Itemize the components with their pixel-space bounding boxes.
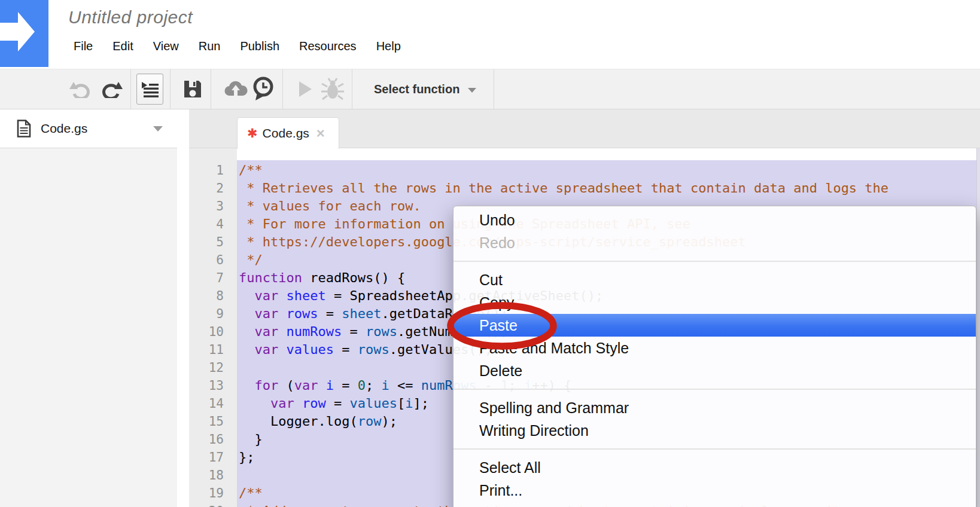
code-token: rows [358, 342, 389, 357]
menu-item-cut[interactable]: Cut [454, 268, 976, 291]
code-token: i [405, 396, 413, 411]
code-token: numRows [287, 324, 342, 339]
select-function-dropdown[interactable]: Select function [374, 69, 476, 109]
line-number: 20 [189, 502, 224, 507]
line-number: 15 [189, 413, 224, 430]
line-number: 16 [189, 430, 224, 448]
menu-item-paste-and-match-style[interactable]: Paste and Match Style [454, 337, 976, 359]
line-number-gutter: 1234567891011121314151617181920 [189, 148, 237, 507]
tab-code-gs[interactable]: ✱ Code.gs × [237, 117, 339, 149]
code-token: var [270, 396, 294, 411]
menu-edit[interactable]: Edit [112, 39, 133, 53]
menu-item-delete[interactable]: Delete [454, 359, 976, 382]
code-token: sheet [287, 288, 326, 303]
line-number: 12 [189, 359, 224, 377]
cloud-icon [223, 80, 248, 98]
redo-button[interactable] [98, 69, 124, 109]
menu-item-copy[interactable]: Copy [454, 291, 976, 314]
sidebar-resize-handle[interactable] [177, 109, 189, 507]
code-token: var [255, 288, 279, 303]
gutter-numbers: 1234567891011121314151617181920 [189, 161, 224, 507]
code-token [278, 324, 286, 339]
line-number: 3 [189, 197, 224, 215]
run-button[interactable] [294, 69, 316, 109]
code-token: ; [366, 378, 382, 393]
menu-item-undo[interactable]: Undo [454, 209, 976, 231]
file-document-icon [17, 120, 31, 138]
menu-separator [454, 261, 976, 262]
line-number: 18 [189, 466, 224, 484]
code-token: ( [278, 378, 294, 393]
menu-item-paste[interactable]: Paste [454, 314, 976, 337]
code-token: row [302, 396, 326, 411]
code-token: rows [287, 306, 318, 321]
code-line[interactable]: * Retrieves all the rows in the active s… [239, 179, 976, 197]
debug-icon [321, 77, 345, 101]
code-token: = [318, 306, 342, 321]
tab-label: Code.gs [263, 126, 309, 141]
code-token: ); [381, 414, 397, 429]
menu-item-spelling-and-grammar[interactable]: Spelling and Grammar [454, 396, 976, 419]
code-token: */ [239, 252, 263, 267]
toolbar-separator [211, 69, 211, 109]
chevron-down-icon [468, 88, 476, 93]
line-number: 19 [189, 484, 224, 502]
save-button[interactable] [181, 69, 205, 109]
sidebar-file-name: Code.gs [41, 121, 87, 136]
indent-icon [141, 80, 159, 99]
toolbar: Select function [0, 69, 980, 109]
file-menu-chevron-icon[interactable] [153, 126, 163, 132]
project-title[interactable]: Untitled project [68, 7, 193, 28]
menu-resources[interactable]: Resources [299, 39, 357, 53]
apps-script-editor-window: Untitled project FileEditViewRunPublishR… [0, 0, 980, 507]
line-number: 10 [189, 323, 224, 341]
code-token: = [334, 342, 358, 357]
code-token: /** [239, 485, 263, 500]
save-icon [182, 79, 203, 99]
code-token [278, 306, 286, 321]
code-token [239, 306, 255, 321]
line-number: 17 [189, 448, 224, 466]
menu-item-print[interactable]: Print... [454, 479, 976, 502]
code-token: ]; [413, 396, 429, 411]
menu-run[interactable]: Run [199, 39, 221, 53]
select-function-label: Select function [374, 83, 459, 96]
apps-script-logo[interactable] [0, 0, 48, 67]
line-number: 9 [189, 305, 224, 323]
line-number: 6 [189, 251, 224, 269]
header: Untitled project FileEditViewRunPublishR… [0, 0, 980, 69]
debug-button[interactable] [319, 69, 346, 109]
redo-icon [99, 80, 123, 98]
code-token: 0 [358, 378, 366, 393]
menu-item-writing-direction[interactable]: Writing Direction [454, 419, 976, 442]
menu-file[interactable]: File [74, 39, 93, 53]
code-token: row [358, 414, 382, 429]
sidebar-item-code-gs[interactable]: Code.gs [0, 109, 177, 148]
line-number: 1 [189, 161, 224, 179]
code-line[interactable]: /** [239, 161, 976, 179]
code-token [278, 288, 286, 303]
line-number: 2 [189, 179, 224, 197]
tab-close-icon[interactable]: × [316, 127, 325, 139]
menu-view[interactable]: View [153, 39, 179, 53]
indent-button[interactable] [136, 74, 163, 105]
line-number: 14 [189, 395, 224, 413]
code-token: * values for each row. [239, 198, 421, 213]
code-token: <= [389, 378, 421, 393]
execution-transcript-button[interactable] [250, 69, 276, 109]
code-token: readRows() { [302, 270, 405, 285]
toolbar-separator [130, 69, 131, 109]
code-token: * Retrieves all the rows in the active s… [239, 181, 888, 196]
run-icon [298, 81, 312, 97]
menu-help[interactable]: Help [376, 39, 401, 53]
code-token: values [287, 342, 334, 357]
toolbar-separator [352, 69, 352, 109]
deploy-button[interactable] [223, 69, 249, 109]
editor-scrollbar-track[interactable] [976, 148, 980, 507]
menu-publish[interactable]: Publish [240, 39, 279, 53]
code-token [239, 342, 255, 357]
undo-button[interactable] [68, 69, 95, 109]
menu-item-select-all[interactable]: Select All [454, 456, 976, 479]
menu-separator [454, 389, 976, 390]
code-token: rows [366, 324, 397, 339]
